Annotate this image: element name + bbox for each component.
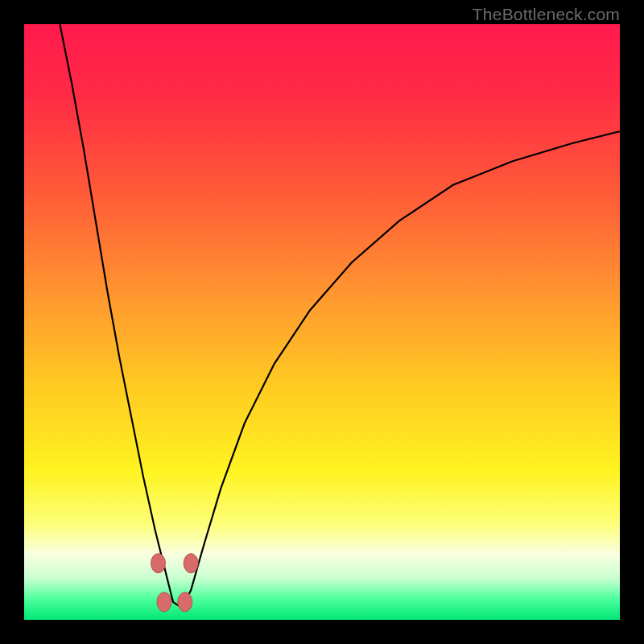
plot-area: [24, 24, 620, 620]
heat-gradient-background: [24, 24, 620, 620]
svg-rect-0: [24, 24, 620, 620]
chart-frame: TheBottleneck.com: [0, 0, 644, 644]
attribution-text: TheBottleneck.com: [473, 5, 620, 24]
